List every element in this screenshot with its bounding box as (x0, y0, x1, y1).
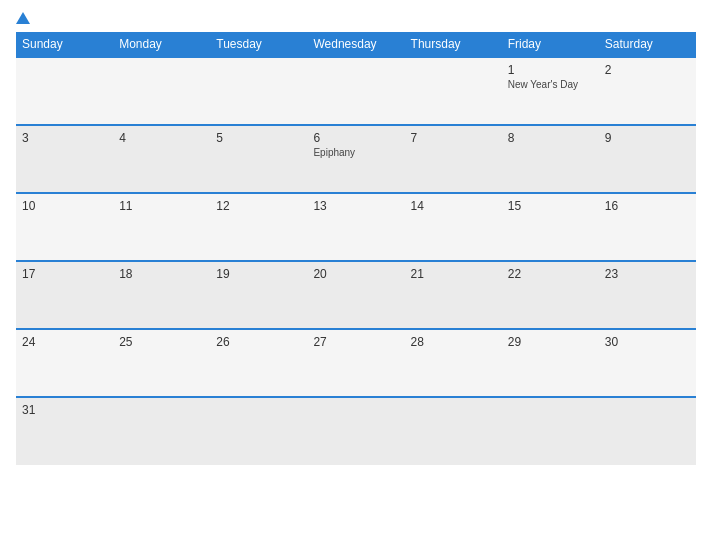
day-number: 5 (216, 131, 301, 145)
day-number: 17 (22, 267, 107, 281)
day-number: 30 (605, 335, 690, 349)
day-number: 11 (119, 199, 204, 213)
weekday-header-row: SundayMondayTuesdayWednesdayThursdayFrid… (16, 32, 696, 57)
calendar-cell: 26 (210, 329, 307, 397)
logo (16, 12, 32, 24)
day-number: 14 (411, 199, 496, 213)
calendar-cell: 17 (16, 261, 113, 329)
logo-triangle-icon (16, 12, 30, 24)
calendar-cell: 4 (113, 125, 210, 193)
calendar-cell (210, 57, 307, 125)
calendar-header (16, 12, 696, 24)
calendar-cell: 8 (502, 125, 599, 193)
day-number: 6 (313, 131, 398, 145)
calendar-cell: 22 (502, 261, 599, 329)
day-number: 29 (508, 335, 593, 349)
calendar-cell: 6Epiphany (307, 125, 404, 193)
weekday-header-tuesday: Tuesday (210, 32, 307, 57)
day-number: 23 (605, 267, 690, 281)
weekday-header-monday: Monday (113, 32, 210, 57)
calendar-week-row: 1New Year's Day2 (16, 57, 696, 125)
weekday-header-wednesday: Wednesday (307, 32, 404, 57)
day-number: 26 (216, 335, 301, 349)
calendar-cell: 15 (502, 193, 599, 261)
day-number: 27 (313, 335, 398, 349)
day-event: Epiphany (313, 147, 398, 158)
day-number: 15 (508, 199, 593, 213)
calendar-week-row: 31 (16, 397, 696, 465)
calendar-cell (307, 57, 404, 125)
day-number: 25 (119, 335, 204, 349)
calendar-cell: 31 (16, 397, 113, 465)
calendar-cell: 21 (405, 261, 502, 329)
calendar-cell: 11 (113, 193, 210, 261)
calendar-cell: 27 (307, 329, 404, 397)
calendar-cell: 28 (405, 329, 502, 397)
calendar-cell: 30 (599, 329, 696, 397)
calendar-cell: 18 (113, 261, 210, 329)
weekday-header-saturday: Saturday (599, 32, 696, 57)
day-number: 8 (508, 131, 593, 145)
day-number: 28 (411, 335, 496, 349)
calendar-cell (599, 397, 696, 465)
calendar-cell: 13 (307, 193, 404, 261)
day-number: 12 (216, 199, 301, 213)
calendar-cell: 7 (405, 125, 502, 193)
calendar-week-row: 3456Epiphany789 (16, 125, 696, 193)
calendar-cell: 3 (16, 125, 113, 193)
country-name (616, 12, 696, 22)
day-number: 21 (411, 267, 496, 281)
calendar-cell (113, 397, 210, 465)
calendar-cell (502, 397, 599, 465)
calendar-cell (307, 397, 404, 465)
day-number: 2 (605, 63, 690, 77)
day-number: 16 (605, 199, 690, 213)
day-number: 10 (22, 199, 107, 213)
day-number: 19 (216, 267, 301, 281)
weekday-header-thursday: Thursday (405, 32, 502, 57)
calendar-cell (113, 57, 210, 125)
calendar-cell (16, 57, 113, 125)
calendar-cell: 25 (113, 329, 210, 397)
calendar-cell: 24 (16, 329, 113, 397)
calendar-cell: 9 (599, 125, 696, 193)
calendar-cell: 2 (599, 57, 696, 125)
day-number: 7 (411, 131, 496, 145)
calendar-cell: 16 (599, 193, 696, 261)
calendar-week-row: 24252627282930 (16, 329, 696, 397)
calendar-cell (405, 57, 502, 125)
logo-blue-text (16, 12, 32, 24)
calendar-cell: 12 (210, 193, 307, 261)
calendar-table: SundayMondayTuesdayWednesdayThursdayFrid… (16, 32, 696, 465)
calendar-cell (405, 397, 502, 465)
calendar-cell: 29 (502, 329, 599, 397)
weekday-header-sunday: Sunday (16, 32, 113, 57)
calendar-cell: 1New Year's Day (502, 57, 599, 125)
day-number: 24 (22, 335, 107, 349)
calendar-cell: 20 (307, 261, 404, 329)
day-number: 4 (119, 131, 204, 145)
calendar-cell: 10 (16, 193, 113, 261)
calendar-cell: 19 (210, 261, 307, 329)
calendar-cell: 14 (405, 193, 502, 261)
calendar-week-row: 10111213141516 (16, 193, 696, 261)
calendar-week-row: 17181920212223 (16, 261, 696, 329)
weekday-header-friday: Friday (502, 32, 599, 57)
calendar-container: SundayMondayTuesdayWednesdayThursdayFrid… (0, 0, 712, 550)
calendar-cell: 5 (210, 125, 307, 193)
day-number: 31 (22, 403, 107, 417)
day-event: New Year's Day (508, 79, 593, 90)
day-number: 1 (508, 63, 593, 77)
day-number: 22 (508, 267, 593, 281)
day-number: 13 (313, 199, 398, 213)
day-number: 3 (22, 131, 107, 145)
day-number: 18 (119, 267, 204, 281)
calendar-cell: 23 (599, 261, 696, 329)
calendar-cell (210, 397, 307, 465)
day-number: 9 (605, 131, 690, 145)
day-number: 20 (313, 267, 398, 281)
